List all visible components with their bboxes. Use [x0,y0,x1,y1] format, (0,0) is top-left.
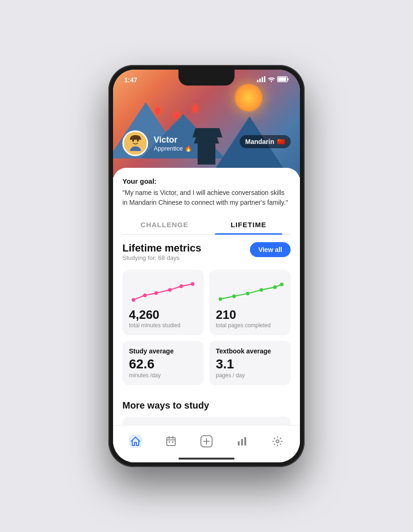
pages-value: 210 [216,309,284,321]
bar-chart-icon [235,435,249,448]
svg-point-34 [276,440,279,443]
status-icons [257,76,289,82]
nav-calendar[interactable] [159,431,183,452]
metrics-title: Lifetime metrics Studying for: 68 days [122,242,201,268]
stat-study-value: 62.6 [129,358,197,371]
metrics-section: Lifetime metrics Studying for: 68 days V… [113,235,300,400]
minutes-chart [129,277,197,305]
profile-section: Victor Apprentice 🔥 [122,130,192,156]
tab-challenge[interactable]: CHALLENGE [122,215,206,234]
svg-point-16 [219,297,222,301]
metric-card-pages: 210 total pages completed [209,270,291,335]
svg-rect-1 [259,79,261,82]
svg-point-9 [137,140,139,142]
home-indicator [178,458,235,460]
pages-chart [216,277,284,305]
svg-point-18 [246,292,249,295]
more-study-title: More ways to study [122,400,291,411]
profile-level: Apprentice 🔥 [154,145,192,152]
svg-rect-32 [241,439,243,446]
home-icon [129,435,142,448]
nav-settings[interactable] [265,431,290,452]
pages-label: total pages completed [216,322,284,329]
svg-rect-22 [167,438,175,446]
bottom-nav [113,425,300,462]
stat-card-textbook: Textbook average 3.1 pages / day [209,341,291,385]
svg-point-21 [280,282,284,286]
svg-point-8 [132,140,134,142]
wifi-icon [268,77,275,82]
gear-icon [271,435,284,448]
phone-notch [178,70,235,86]
goal-label: Your goal: [122,177,291,185]
profile-info: Victor Apprentice 🔥 [154,135,192,152]
svg-point-15 [191,282,194,286]
svg-point-12 [155,291,158,295]
svg-rect-31 [238,441,240,446]
signal-icon [257,76,265,82]
metrics-grid: 4,260 total minutes studied [122,270,291,335]
svg-rect-2 [262,77,263,82]
calendar-icon [164,435,178,448]
main-content: Your goal: "My name is Victor, and I wil… [113,168,300,462]
phone-screen: 1:47 [113,70,300,462]
lantern-2 [174,112,179,119]
svg-point-17 [232,295,236,298]
pagoda [192,128,221,170]
phone-frame: 1:47 [108,65,305,467]
minutes-label: total minutes studied [129,322,197,329]
svg-point-19 [259,288,263,292]
stat-textbook-title: Textbook average [216,347,284,355]
svg-rect-5 [288,78,289,80]
avatar [122,130,148,156]
tabs-container: CHALLENGE LIFETIME [122,215,291,235]
studying-days: Studying for: 68 days [122,254,201,261]
svg-rect-33 [244,437,246,446]
svg-point-20 [273,285,277,289]
metrics-title-text: Lifetime metrics [122,242,201,254]
language-name: Mandarin [245,138,274,145]
tab-lifetime[interactable]: LIFETIME [206,215,291,234]
svg-rect-3 [264,76,265,82]
stat-card-study: Study average 62.6 minutes /day [122,341,204,385]
lantern-3 [192,105,198,112]
stat-study-unit: minutes /day [129,372,197,379]
metric-card-minutes: 4,260 total minutes studied [122,270,204,335]
svg-point-10 [132,298,135,302]
battery-icon [278,76,289,82]
svg-rect-6 [278,78,286,81]
stat-textbook-value: 3.1 [216,358,284,371]
svg-rect-27 [172,441,173,443]
goal-text: "My name is Victor, and I will achieve c… [122,188,291,208]
goal-section: Your goal: "My name is Victor, and I wil… [113,168,300,215]
stats-row: Study average 62.6 minutes /day Textbook… [122,341,291,385]
lantern-1 [155,107,161,115]
svg-point-13 [168,288,172,292]
view-all-button[interactable]: View all [250,242,291,257]
stat-textbook-unit: pages / day [216,372,284,379]
nav-stats[interactable] [230,431,254,452]
metrics-header: Lifetime metrics Studying for: 68 days V… [122,242,291,268]
profile-name: Victor [154,135,192,145]
svg-rect-0 [257,80,258,82]
svg-point-11 [143,294,147,297]
language-badge[interactable]: Mandarin 🇨🇳 [240,135,291,148]
nav-home[interactable] [123,431,148,452]
status-time: 1:47 [124,76,137,84]
language-flag: 🇨🇳 [277,138,285,145]
minutes-value: 4,260 [129,309,197,321]
svg-rect-26 [169,441,170,443]
svg-point-14 [179,284,183,288]
nav-add[interactable] [194,431,219,452]
stat-study-title: Study average [129,347,197,355]
plus-icon [200,435,213,448]
